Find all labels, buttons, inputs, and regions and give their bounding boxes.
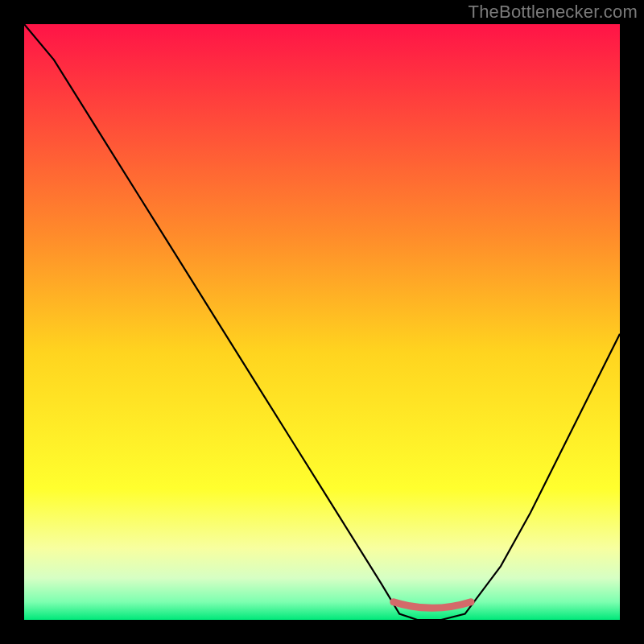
gradient-background [24, 24, 620, 620]
chart-frame: TheBottlenecker.com [0, 0, 644, 644]
bottleneck-chart [24, 24, 620, 620]
attribution-label: TheBottlenecker.com [469, 2, 638, 23]
